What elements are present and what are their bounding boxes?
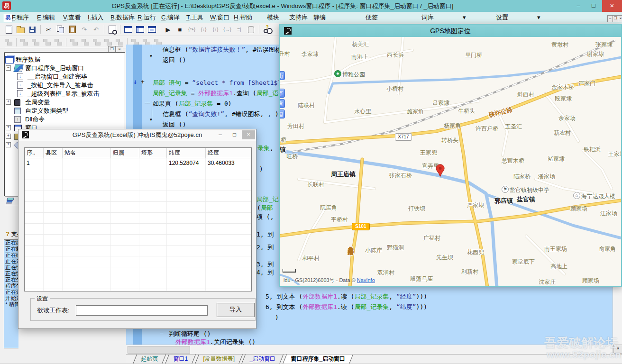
menu-模块[interactable]: 模块 [267, 12, 279, 23]
map-zoom-国-button[interactable]: 国 [280, 109, 285, 118]
menu-编辑[interactable]: E.编辑 [37, 12, 55, 23]
table-row[interactable] [25, 267, 251, 278]
navinfo-link[interactable]: NavInfo [357, 277, 375, 283]
step-out-icon[interactable]: {↑} [210, 24, 221, 35]
map-zoom-市-button[interactable]: 市 [280, 89, 285, 98]
mdi-close-icon[interactable]: × [618, 15, 622, 22]
panel-restore-icon[interactable]: ❐ [108, 46, 116, 53]
table-header-row[interactable]: 序..县区站名归属塔形纬度经度 [25, 148, 251, 158]
column-header-县区[interactable]: 县区 [44, 148, 63, 158]
menu-设置[interactable]: 设置 [496, 12, 508, 23]
menu-窗口[interactable]: W.窗口 [210, 12, 229, 23]
paste-icon[interactable] [66, 24, 78, 35]
align-h-center-icon[interactable] [53, 37, 64, 47]
dialog-minimize-button[interactable]: – [214, 130, 226, 139]
menu-查看[interactable]: V.查看 [63, 12, 81, 23]
hscroll-thumb[interactable] [128, 346, 190, 354]
same-size-icon[interactable] [102, 37, 114, 47]
menu-插入[interactable]: I.插入 [88, 12, 103, 23]
space-h-icon[interactable] [114, 37, 125, 47]
close-button[interactable]: × [602, 0, 622, 12]
menu-便签[interactable]: 便签 [366, 12, 378, 23]
undo-icon[interactable]: ↶ [90, 24, 102, 35]
table-row[interactable] [25, 191, 251, 202]
open-folder-icon[interactable] [15, 24, 27, 35]
menu-词库[interactable]: 词库 [421, 12, 434, 23]
tree-expander-icon[interactable]: + [6, 134, 11, 139]
column-header-经度[interactable]: 经度 [206, 148, 251, 158]
map-canvas[interactable]: 新升村李家埭南港上西长浜杨美汇小桥村陆联村吕家埭水心里施家角芳田村桥旺桥黄墩村里… [280, 37, 621, 286]
table-row[interactable] [25, 246, 251, 256]
step-into-icon[interactable]: {↓} [198, 24, 210, 35]
pause-icon[interactable]: =| [233, 24, 245, 35]
map-titlebar[interactable]: GPS地图定位 [280, 25, 621, 37]
tab-_启动窗口[interactable]: _启动窗口 [241, 355, 284, 364]
restore-button[interactable]: □ [586, 0, 601, 12]
panel-close-icon[interactable]: × [116, 46, 123, 53]
tab-窗口1[interactable]: 窗口1 [165, 355, 196, 364]
align-top-icon[interactable] [30, 37, 41, 47]
menu-▾[interactable]: ▾ [463, 12, 466, 23]
table-row[interactable] [25, 278, 251, 289]
menu-运行[interactable]: R.运行 [137, 12, 156, 23]
map-zoom-省-button[interactable]: 省 [280, 99, 285, 108]
find-icon[interactable] [261, 24, 273, 35]
tab-起始页[interactable]: 起始页 [133, 355, 166, 364]
align-right-icon[interactable] [18, 37, 30, 47]
worksheet-input[interactable] [76, 305, 208, 316]
column-header-序..[interactable]: 序.. [25, 148, 44, 158]
align-bottom-icon[interactable] [41, 37, 53, 47]
stations-listview[interactable]: 序..县区站名归属塔形纬度经度1120.52807430.460033 [24, 147, 252, 291]
tree-expander-icon[interactable]: + [6, 142, 11, 147]
menu-数据库[interactable]: B.数据库 [110, 12, 135, 23]
table-row[interactable] [25, 224, 251, 235]
support-library-row[interactable]: ?支持库 [6, 230, 18, 238]
window-code-icon[interactable] [134, 24, 146, 35]
run-to-cursor-icon[interactable]: {→} [221, 24, 233, 35]
table-row[interactable] [25, 180, 251, 191]
run-icon[interactable]: ▶ [162, 24, 174, 35]
dialog-close-button[interactable]: × [242, 130, 255, 139]
preview-icon[interactable] [106, 24, 118, 35]
tree-expander-icon[interactable]: + [6, 125, 11, 130]
fold-down-icon[interactable]: ↓ [133, 78, 137, 85]
cut-icon[interactable]: ✂ [43, 24, 55, 35]
panel-grip[interactable] [5, 47, 106, 51]
minimize-button[interactable]: – [571, 0, 585, 12]
column-header-纬度[interactable]: 纬度 [167, 148, 206, 158]
hand-icon[interactable] [245, 24, 257, 35]
step-over-icon[interactable]: {↷} [186, 24, 198, 35]
column-header-塔形[interactable]: 塔形 [139, 148, 167, 158]
tree-expander-icon[interactable]: + [6, 100, 11, 105]
dialog-titlebar[interactable]: GPS反查系统(Excel版) 冲动IS魔鬼@52pojie.cn – □ × [18, 129, 256, 141]
new-file-icon[interactable] [3, 24, 15, 35]
dialog-maximize-button[interactable]: □ [229, 130, 240, 139]
menu-程序[interactable]: F.程序 [12, 12, 29, 23]
same-width-icon[interactable] [80, 37, 91, 47]
table-row[interactable] [25, 289, 251, 291]
window-form-icon[interactable] [122, 24, 134, 35]
editor-hscrollbar[interactable] [126, 345, 613, 354]
copy-icon[interactable] [55, 24, 66, 35]
tree-expander-icon[interactable]: − [6, 65, 11, 71]
stop-icon[interactable]: ■ [174, 24, 186, 35]
align-left-icon[interactable] [3, 37, 14, 47]
table-row[interactable] [25, 256, 251, 267]
import-button[interactable]: 导入 [217, 303, 255, 317]
fold-plus-icon[interactable]: + [141, 78, 145, 85]
align-v-center-icon[interactable] [68, 37, 80, 47]
map-zoom-街-button[interactable]: 街 [280, 71, 285, 80]
table-row[interactable] [25, 235, 251, 246]
same-height-icon[interactable] [91, 37, 102, 47]
save-icon[interactable] [27, 24, 38, 35]
table-row[interactable] [25, 169, 251, 180]
column-header-归属[interactable]: 归属 [111, 148, 139, 158]
table-row[interactable] [25, 213, 251, 224]
table-row[interactable]: 1120.52807430.460033 [25, 158, 251, 169]
menu-工具[interactable]: T.工具 [186, 12, 203, 23]
tab-[常量数据表][interactable]: [常量数据表] [195, 355, 243, 364]
menu-支持库[interactable]: 支持库 [289, 12, 308, 23]
redo-icon[interactable]: ↷ [78, 24, 90, 35]
menu-静编[interactable]: 静编 [313, 12, 326, 23]
map-marker-pin[interactable] [436, 164, 445, 177]
